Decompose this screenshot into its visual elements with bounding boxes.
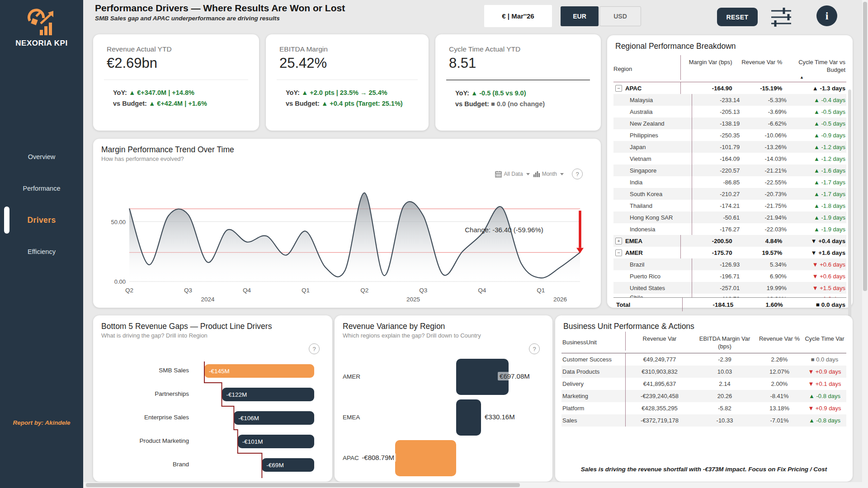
- bar-value-label: -€808.79M: [360, 454, 396, 461]
- sidebar-item-drivers[interactable]: Drivers: [0, 204, 83, 236]
- horizontal-scrollbar-thumb[interactable]: [86, 483, 520, 487]
- column-header-businessunit[interactable]: BusinessUnit: [561, 332, 626, 351]
- column-header-cycle-time[interactable]: Cycle Time Var vs Budget ▲: [786, 55, 846, 80]
- bar-value-text: €697.08M: [498, 372, 532, 380]
- region-name[interactable]: Brazil: [630, 261, 645, 268]
- reset-button[interactable]: RESET: [717, 8, 758, 26]
- bar-category-label: Partnerships: [100, 390, 189, 397]
- page-subtitle: SMB Sales gap and APAC underperformance …: [95, 15, 280, 22]
- column-header-ebitda-var[interactable]: EBITDA Margin Var (bps): [693, 332, 756, 351]
- sidebar-item-efficiency[interactable]: Efficiency: [0, 236, 83, 267]
- bar-apac[interactable]: [395, 440, 456, 476]
- svg-text:Q4: Q4: [243, 287, 251, 294]
- region-name[interactable]: Vietnam: [630, 155, 651, 162]
- column-header-revenue-var[interactable]: Revenue Var: [626, 332, 693, 351]
- region-name[interactable]: Australia: [630, 108, 653, 115]
- table-row: Customer Success€49,249,777-2.392.26%■ 0…: [561, 353, 846, 366]
- region-name[interactable]: Chile: [630, 294, 643, 297]
- kpi-metric-label: YoY:: [286, 89, 302, 96]
- region-name[interactable]: United States: [630, 285, 665, 291]
- active-indicator: [4, 206, 9, 234]
- trend-area-chart[interactable]: 0.0050.00Change: -36.40 (-59.96%)Q2Q3Q4Q…: [104, 181, 590, 303]
- bar-emea[interactable]: [456, 399, 481, 436]
- table-row: Singapore-220.57-21.21%▲ -1.6 days: [613, 164, 846, 176]
- region-name[interactable]: New Zealand: [630, 120, 665, 127]
- column-header-revenue-var[interactable]: Revenue Var %: [738, 55, 786, 80]
- vertical-scrollbar-thumb[interactable]: [863, 2, 867, 291]
- revenue-var-cell: -10.06%: [746, 132, 790, 139]
- bar-category-label: SMB Sales: [100, 367, 189, 374]
- region-name[interactable]: Hong Kong SAR: [630, 214, 673, 221]
- region-name[interactable]: Singapore: [630, 167, 656, 174]
- region-name[interactable]: Thailand: [630, 202, 652, 209]
- region-name[interactable]: AMER: [625, 249, 643, 256]
- region-name[interactable]: Indonesia: [630, 226, 655, 233]
- revenue-var-cell: -15.19%: [738, 85, 786, 92]
- column-header-margin-var[interactable]: Margin Var (bps): [681, 55, 739, 80]
- kpi-divider: [446, 80, 590, 80]
- table-scrollbar-thumb[interactable]: [848, 89, 851, 324]
- table-row: −APAC-164.90-15.19%▲ -1.3 days: [613, 82, 846, 94]
- region-name[interactable]: EMEA: [625, 238, 642, 244]
- expand-icon[interactable]: +: [615, 238, 622, 244]
- vertical-scrollbar[interactable]: [862, 0, 868, 488]
- sliders-icon[interactable]: [769, 6, 794, 28]
- currency-usd-button[interactable]: USD: [599, 6, 641, 26]
- column-header-cycle-var[interactable]: Cycle Time Var: [803, 332, 846, 351]
- column-header-region[interactable]: Region: [613, 55, 681, 80]
- bar-smb-sales[interactable]: -€145M: [204, 364, 314, 378]
- bar-brand[interactable]: -€69M: [262, 458, 314, 472]
- kpi-card-0: Revenue Actual YTD€2.69bnYoY: ▲ €+347.0M…: [93, 34, 259, 131]
- bar-partnerships[interactable]: -€122M: [222, 388, 314, 401]
- granularity-dropdown[interactable]: Month: [533, 171, 564, 177]
- margin-var-cell: -116.72: [692, 294, 746, 297]
- help-icon[interactable]: ?: [572, 169, 583, 179]
- region-name[interactable]: Malaysia: [630, 97, 653, 103]
- regional-title: Regional Performance Breakdown: [615, 42, 853, 51]
- column-header-revenue-pct[interactable]: Revenue Var %: [756, 332, 803, 351]
- table-row: South Korea-210.27-20.73%▲ -1.7 days: [613, 188, 846, 200]
- sidebar-item-overview[interactable]: Overview: [0, 141, 83, 173]
- horizontal-scrollbar[interactable]: [83, 482, 862, 488]
- revenue-var-cell: -21.21%: [746, 167, 790, 174]
- region-cell: Hong Kong SAR: [613, 211, 692, 223]
- bu-rows: Customer Success€49,249,777-2.392.26%■ 0…: [561, 353, 846, 427]
- ebitda-var-cell: -5.82: [693, 405, 756, 412]
- bar-product-marketing[interactable]: -€101M: [238, 435, 314, 448]
- revenue-var-cell: -22.55%: [746, 179, 790, 186]
- sidebar-item-performance[interactable]: Performance: [0, 173, 83, 204]
- bar-category-label: APAC: [343, 455, 359, 461]
- collapse-icon[interactable]: −: [615, 85, 622, 92]
- region-name[interactable]: India: [630, 179, 642, 186]
- help-icon[interactable]: ?: [529, 343, 540, 354]
- cycle-var-cell: ▲ -1.2 days: [790, 144, 846, 150]
- region-name[interactable]: APAC: [625, 85, 642, 92]
- cycle-var-cell: ▲ -1.7 days: [790, 179, 846, 186]
- cycle-var-cell: ▲ -0.4 days: [790, 97, 846, 103]
- help-icon[interactable]: ?: [309, 343, 320, 354]
- margin-var-cell: -50.61: [692, 214, 746, 221]
- region-name[interactable]: Philippines: [630, 132, 658, 139]
- bar-enterprise-sales[interactable]: -€106M: [234, 411, 314, 425]
- kpi-metric-line: YoY: ▲ €+347.0M | +14.8%: [113, 89, 259, 96]
- margin-var-cell: -175.70: [681, 249, 739, 256]
- region-cell: Vietnam: [613, 153, 692, 164]
- region-name[interactable]: South Korea: [630, 191, 662, 197]
- revenue-var-cell: -5.33%: [746, 97, 790, 103]
- trend-subtitle: How has performance evolved?: [101, 155, 601, 162]
- period-selector[interactable]: € | Mar''26: [484, 5, 552, 27]
- bar-value-text: €330.16M: [485, 413, 515, 421]
- date-range-dropdown[interactable]: All Data: [495, 171, 530, 178]
- region-cell: India: [613, 176, 692, 188]
- currency-eur-button[interactable]: EUR: [561, 6, 599, 26]
- bu-title: Business Unit Performance & Actions: [563, 322, 853, 331]
- collapse-icon[interactable]: −: [615, 249, 622, 256]
- variance-title: Revenue Variance by Region: [343, 322, 552, 331]
- region-name[interactable]: Japan: [630, 144, 646, 150]
- info-icon[interactable]: i: [816, 5, 837, 26]
- variance-bar-chart: AMER€697.08MEMEA€330.16MAPAC-€808.79M: [339, 359, 547, 477]
- ebitda-var-cell: 10.03: [693, 368, 756, 375]
- revenue-variance-card: Revenue Variance by Region Which regions…: [335, 315, 552, 482]
- region-name[interactable]: Puerto Rico: [630, 273, 660, 280]
- svg-text:Q1: Q1: [537, 287, 545, 294]
